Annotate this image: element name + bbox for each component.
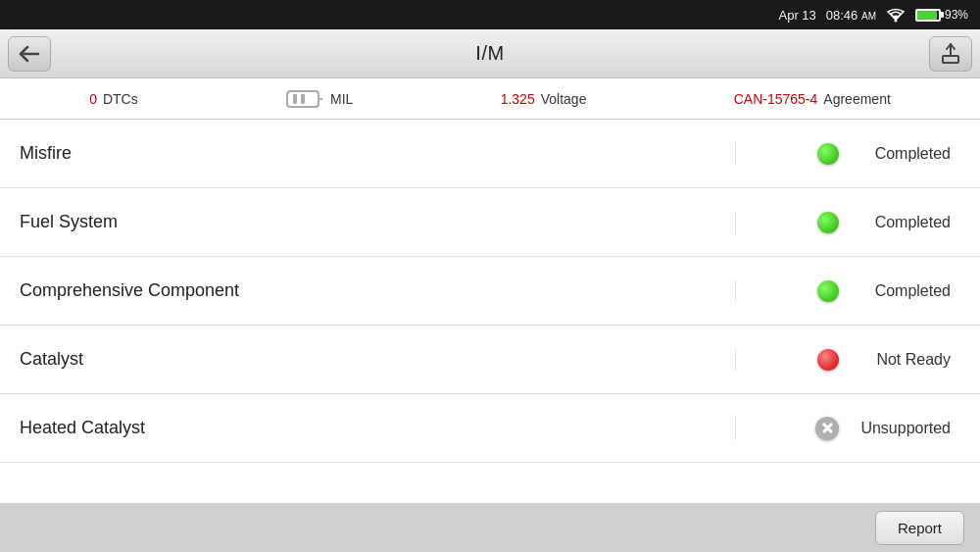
row-status: Not Ready xyxy=(735,349,980,371)
row-status: Completed xyxy=(735,143,980,165)
main-content: Misfire Completed Fuel System Completed … xyxy=(0,120,980,503)
svg-rect-6 xyxy=(301,94,305,104)
report-button[interactable]: Report xyxy=(875,511,964,545)
info-bar: 0 DTCs MIL 1.325 Voltage CAN-15765-4 Agr… xyxy=(0,78,980,120)
status-text: Completed xyxy=(853,282,951,300)
svg-rect-2 xyxy=(943,56,958,63)
svg-point-0 xyxy=(894,19,897,22)
table-row: Heated Catalyst Unsupported xyxy=(0,394,980,463)
table-row: Misfire Completed xyxy=(0,120,980,188)
status-text: Not Ready xyxy=(853,351,951,369)
dtc-label: DTCs xyxy=(103,91,138,107)
header-title: I/M xyxy=(475,42,504,65)
status-text: Completed xyxy=(853,145,951,163)
row-status: Completed xyxy=(735,280,980,302)
voltage-item: 1.325 Voltage xyxy=(501,91,587,107)
battery-fill xyxy=(917,11,937,20)
row-status: Completed xyxy=(735,212,980,233)
battery-container: 93% xyxy=(915,8,968,22)
row-status: Unsupported xyxy=(735,417,980,440)
mil-item: MIL xyxy=(285,87,353,111)
status-text: Completed xyxy=(853,214,951,231)
status-dot-red xyxy=(817,349,839,371)
agreement-value: CAN-15765-4 xyxy=(734,91,818,107)
agreement-label: Agreement xyxy=(823,91,890,107)
row-label: Heated Catalyst xyxy=(0,418,735,438)
footer: Report xyxy=(0,503,980,552)
table-row: Fuel System Completed xyxy=(0,188,980,257)
status-text: Unsupported xyxy=(853,420,951,437)
svg-rect-5 xyxy=(293,94,297,104)
export-icon xyxy=(940,43,961,65)
table-row: Catalyst Not Ready xyxy=(0,326,980,394)
status-dot-unsupported xyxy=(815,417,839,440)
row-label: Misfire xyxy=(0,143,735,164)
wifi-icon xyxy=(886,8,906,23)
agreement-item: CAN-15765-4 Agreement xyxy=(734,91,891,107)
back-icon xyxy=(19,45,40,63)
mil-label: MIL xyxy=(330,91,353,107)
status-dot-green xyxy=(817,280,839,302)
battery-icon xyxy=(915,9,941,22)
export-button[interactable] xyxy=(929,36,972,72)
back-button[interactable] xyxy=(8,36,51,72)
status-time: 08:46 AM xyxy=(826,8,876,23)
status-dot-green xyxy=(817,143,839,165)
battery-percent: 93% xyxy=(945,8,968,22)
header-bar: I/M xyxy=(0,29,980,78)
row-label: Fuel System xyxy=(0,212,735,232)
dtc-item: 0 DTCs xyxy=(89,91,138,107)
status-bar: Apr 13 08:46 AM 93% xyxy=(0,0,980,29)
row-label: Catalyst xyxy=(0,349,735,370)
dtc-value: 0 xyxy=(89,91,97,107)
mil-icon xyxy=(285,87,324,111)
status-dot-green xyxy=(817,212,839,233)
voltage-value: 1.325 xyxy=(501,91,535,107)
status-date: Apr 13 xyxy=(778,8,815,23)
table-row: Comprehensive Component Completed xyxy=(0,257,980,326)
row-label: Comprehensive Component xyxy=(0,280,735,301)
voltage-label: Voltage xyxy=(541,91,587,107)
